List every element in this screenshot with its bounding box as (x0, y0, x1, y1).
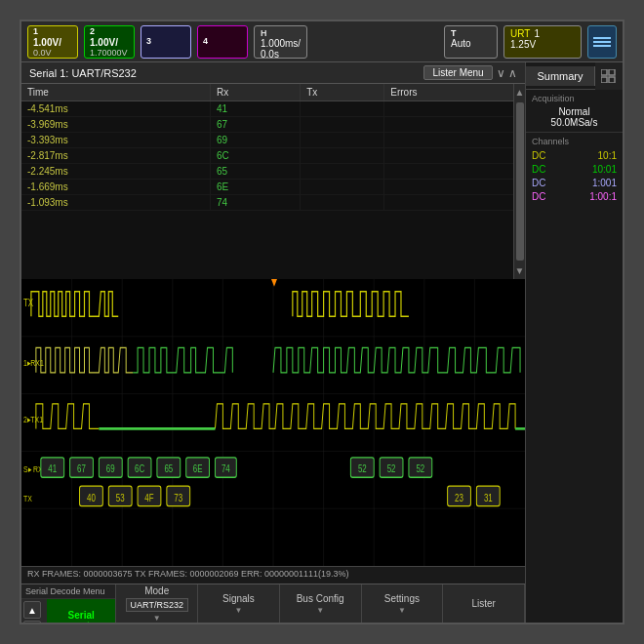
cell-errors (384, 101, 525, 117)
table-row: -1.669ms 6E (21, 180, 525, 195)
lister-table-wrap: Time Rx Tx Errors -4.541ms 41 -3.969ms 6… (21, 84, 525, 279)
scroll-thumb[interactable] (516, 102, 524, 261)
signals-button[interactable]: Signals ▼ (198, 584, 280, 623)
svg-text:67: 67 (77, 463, 86, 474)
bus-config-arrow-icon: ▼ (316, 606, 324, 615)
screen-line1 (593, 37, 611, 39)
mode-label: Mode (144, 585, 169, 596)
cell-rx: 65 (211, 164, 301, 180)
svg-text:52: 52 (416, 463, 424, 474)
trigger-button[interactable]: T Auto (444, 25, 498, 59)
lister-btn-label: Lister (471, 598, 495, 609)
cell-tx (301, 180, 384, 195)
ch4-ratio: 1:00:1 (589, 191, 617, 202)
cell-errors (384, 133, 525, 148)
nav-up-button[interactable]: ▲ (23, 601, 41, 619)
channel-summary-2: DC 10:01 (532, 164, 617, 175)
scroll-down-arrow[interactable]: ▼ (512, 262, 525, 279)
cell-rx: 41 (211, 101, 301, 117)
nav-down-button[interactable]: ▼ (23, 621, 41, 623)
svg-text:69: 69 (106, 463, 115, 474)
svg-text:23: 23 (455, 493, 463, 503)
cell-errors (384, 164, 525, 180)
cell-time: -3.393ms (21, 133, 211, 148)
ch3-dc-label: DC (532, 178, 545, 188)
channel-2-button[interactable]: 2 1.00V/ 1.70000V (84, 25, 135, 59)
settings-button[interactable]: Settings ▼ (362, 584, 444, 623)
table-row: -2.245ms 65 (21, 164, 525, 180)
acquisition-title: Acquisition (532, 94, 617, 103)
cell-tx (301, 164, 384, 180)
svg-text:73: 73 (174, 493, 182, 503)
lister-button[interactable]: Lister (443, 584, 525, 623)
status-text: RX FRAMES: 0000003675 TX FRAMES: 0000002… (27, 569, 349, 579)
table-row: -3.969ms 67 (21, 117, 525, 133)
cell-errors (384, 148, 525, 164)
lister-menu-button[interactable]: Lister Menu (423, 65, 492, 80)
settings-label: Settings (384, 593, 420, 604)
svg-text:65: 65 (164, 463, 173, 474)
svg-text:4F: 4F (144, 493, 154, 503)
ch4-dc-label: DC (532, 191, 545, 202)
timebase-button[interactable]: H 1.000ms/ 0.0s (254, 25, 307, 59)
svg-text:74: 74 (221, 463, 230, 474)
ch1-number: 1 (33, 26, 38, 36)
cell-errors (384, 195, 525, 211)
scroll-up-arrow[interactable]: ▲ (512, 84, 525, 101)
status-bar: RX FRAMES: 0000003675 TX FRAMES: 0000002… (21, 566, 525, 584)
lister-scrollbar[interactable]: ▲ ▼ (513, 84, 525, 279)
acquisition-section: Acquisition Normal 50.0MSa/s (526, 90, 623, 133)
ch1-value1: 1.00V/ (33, 37, 61, 48)
uart-button[interactable]: URT 1 1.25V (503, 25, 582, 59)
timebase-value2: 0.0s (261, 49, 279, 60)
svg-text:31: 31 (484, 493, 493, 503)
main-area: Serial 1: UART/RS232 Lister Menu ∨ ∧ Tim… (21, 62, 623, 623)
svg-text:2▸TX1: 2▸TX1 (23, 415, 44, 424)
bus-config-label: Bus Config (297, 593, 344, 604)
channel-summary-1: DC 10:1 (532, 150, 617, 161)
cell-time: -3.969ms (21, 117, 211, 133)
mode-arrow-icon: ▼ (153, 614, 161, 623)
channel-summary-3: DC 1:001 (532, 178, 617, 188)
svg-text:6C: 6C (135, 463, 144, 474)
ch1-ratio: 10:1 (598, 150, 617, 161)
lister-title: Serial 1: UART/RS232 (29, 67, 423, 79)
svg-rect-55 (609, 69, 615, 75)
ch2-value2: 1.70000V (90, 48, 128, 58)
summary-icon-button[interactable] (595, 62, 623, 90)
serial-button[interactable]: Serial S1: UART/RS232 (47, 599, 115, 623)
screen-button[interactable] (587, 25, 617, 59)
screen-line3 (593, 45, 611, 47)
col-tx: Tx (301, 84, 384, 101)
acquisition-mode: Normal (532, 106, 617, 117)
timebase-value1: 1.000ms/ (261, 38, 301, 49)
cell-errors (384, 180, 525, 195)
mode-button[interactable]: Mode UART/RS232 ▼ (116, 584, 198, 623)
cell-rx: 6E (211, 180, 301, 195)
table-row: -1.093ms 74 (21, 195, 525, 211)
summary-tab[interactable]: Summary (526, 66, 595, 86)
mode-value: UART/RS232 (126, 598, 188, 612)
svg-text:6E: 6E (193, 463, 203, 474)
bus-config-button[interactable]: Bus Config ▼ (280, 584, 362, 623)
trigger-mode: Auto (451, 38, 471, 49)
signals-arrow-icon: ▼ (234, 606, 242, 615)
table-row: -2.817ms 6C (21, 148, 525, 164)
screen-line2 (593, 41, 611, 43)
ch1-dc-label: DC (532, 150, 545, 161)
col-errors: Errors (384, 84, 525, 101)
trigger-label: T (451, 28, 457, 38)
table-row: -3.393ms 69 (21, 133, 525, 148)
svg-text:TX: TX (23, 494, 32, 503)
lister-collapse-icons[interactable]: ∨ ∧ (497, 66, 517, 80)
acquisition-rate: 50.0MSa/s (532, 117, 617, 128)
left-panel: Serial 1: UART/RS232 Lister Menu ∨ ∧ Tim… (21, 62, 525, 623)
cell-rx: 6C (211, 148, 301, 164)
svg-text:52: 52 (358, 463, 367, 474)
channel-3-button[interactable]: 3 (141, 25, 191, 59)
channel-1-button[interactable]: 1 1.00V/ 0.0V (27, 25, 78, 59)
ch3-ratio: 1:001 (592, 178, 617, 188)
channel-4-button[interactable]: 4 (197, 25, 248, 59)
channel-summary-4: DC 1:00:1 (532, 191, 617, 202)
svg-text:41: 41 (48, 463, 57, 474)
